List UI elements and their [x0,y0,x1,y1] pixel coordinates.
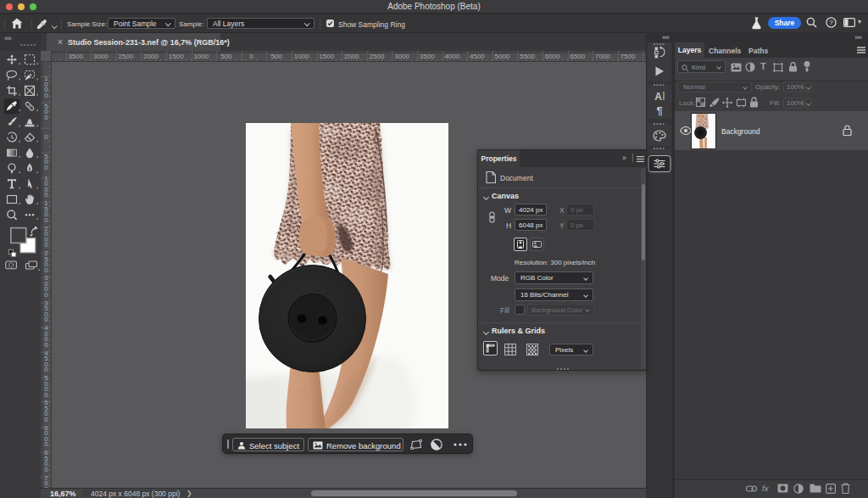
svg-text:¶: ¶ [656,104,662,117]
svg-text:?: ? [829,19,833,26]
svg-text:A: A [654,91,662,103]
